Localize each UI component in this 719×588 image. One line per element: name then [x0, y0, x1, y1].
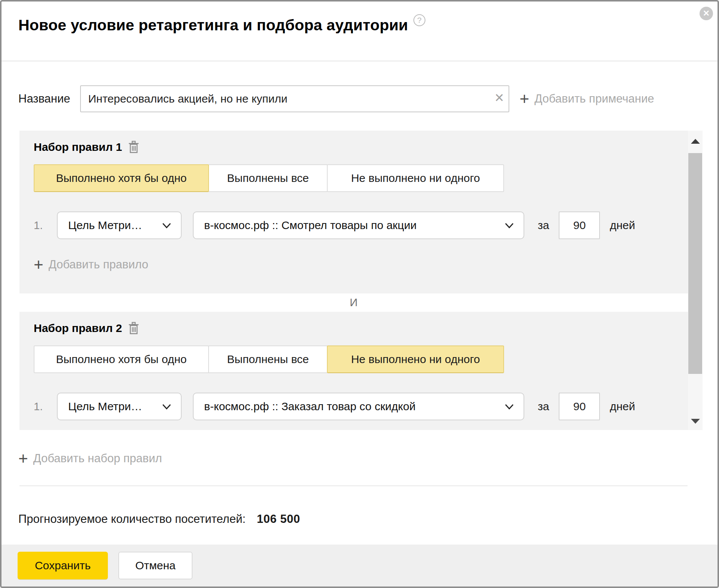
scroll-down-button[interactable]	[688, 412, 703, 430]
name-input-wrap: ×	[80, 85, 509, 112]
and-separator: И	[19, 293, 688, 312]
close-icon: ✕	[703, 9, 710, 18]
ruleset-2-title: Набор правил 2	[34, 322, 122, 335]
toggle-all-fulfilled[interactable]: Выполнены все	[208, 345, 328, 373]
add-rule-label: Добавить правило	[49, 258, 148, 271]
triangle-down-icon	[691, 419, 700, 424]
ruleset-2-panel: Набор правил 2 Выполнено хотя бы о	[19, 312, 688, 430]
goal-type-select[interactable]: Цель Метри…	[57, 393, 182, 420]
save-button[interactable]: Сохранить	[18, 552, 108, 579]
period-suffix-label: дней	[610, 400, 635, 413]
ruleset-2-rule-row: 1. Цель Метри… в-космос.рф :: Заказал то…	[34, 393, 688, 420]
add-ruleset-button[interactable]: + Добавить набор правил	[18, 451, 718, 466]
forecast-row: Прогнозируемое количество посетителей:10…	[18, 512, 718, 526]
chevron-down-icon	[162, 404, 171, 409]
plus-icon: +	[520, 91, 530, 106]
name-input[interactable]	[80, 85, 509, 112]
dialog-header: Новое условие ретаргетинга и подбора ауд…	[1, 1, 718, 61]
ruleset-1-header: Набор правил 1	[34, 140, 688, 154]
delete-ruleset-1-button[interactable]	[128, 140, 139, 154]
cancel-button[interactable]: Отмена	[118, 552, 192, 579]
add-ruleset-label: Добавить набор правил	[33, 452, 162, 465]
plus-icon: +	[34, 257, 43, 272]
goal-type-select[interactable]: Цель Метри…	[57, 211, 182, 239]
retargeting-condition-dialog: ✕ Новое условие ретаргетинга и подбора а…	[0, 0, 719, 588]
close-button[interactable]: ✕	[700, 7, 713, 20]
vertical-scrollbar[interactable]	[688, 131, 703, 430]
dialog-footer: Сохранить Отмена	[1, 545, 718, 587]
rule-number: 1.	[34, 400, 55, 413]
goal-type-value: Цель Метри…	[68, 400, 142, 413]
chevron-down-icon	[505, 223, 514, 228]
rule-number: 1.	[34, 219, 55, 232]
scroll-up-button[interactable]	[688, 131, 703, 152]
period-suffix-label: дней	[610, 219, 635, 232]
triangle-up-icon	[691, 139, 700, 144]
ruleset-1-rule-row: 1. Цель Метри… в-космос.рф :: Смотрел то…	[34, 211, 688, 239]
goal-value-text: в-космос.рф :: Смотрел товары по акции	[204, 219, 416, 232]
page-title: Новое условие ретаргетинга и подбора ауд…	[18, 16, 408, 34]
scrollbar-thumb[interactable]	[688, 153, 702, 374]
toggle-none-fulfilled[interactable]: Не выполнено ни одного	[327, 345, 504, 373]
trash-icon	[128, 140, 139, 154]
forecast-label: Прогнозируемое количество посетителей:	[18, 512, 246, 525]
toggle-any-fulfilled[interactable]: Выполнено хотя бы одно	[34, 164, 209, 192]
days-input[interactable]	[559, 393, 600, 420]
ruleset-1-title: Набор правил 1	[34, 141, 122, 153]
delete-ruleset-2-button[interactable]	[128, 322, 139, 335]
toggle-all-fulfilled[interactable]: Выполнены все	[208, 164, 328, 192]
ruleset-1-match-toggle: Выполнено хотя бы одно Выполнены все Не …	[34, 164, 688, 192]
trash-icon	[128, 322, 139, 335]
ruleset-1-panel: Набор правил 1 Выполнено хотя бы о	[19, 131, 688, 293]
forecast-value: 106 500	[257, 512, 300, 525]
add-rule-button[interactable]: + Добавить правило	[34, 257, 688, 272]
clear-input-icon[interactable]: ×	[495, 89, 504, 106]
rule-sets-panels: Набор правил 1 Выполнено хотя бы о	[19, 131, 688, 430]
ruleset-2-header: Набор правил 2	[34, 322, 688, 335]
add-note-button[interactable]: + Добавить примечание	[520, 91, 654, 106]
help-icon[interactable]: ?	[413, 14, 425, 26]
ruleset-2-match-toggle: Выполнено хотя бы одно Выполнены все Не …	[34, 345, 688, 373]
chevron-down-icon	[505, 404, 514, 409]
goal-value-select[interactable]: в-космос.рф :: Смотрел товары по акции	[193, 211, 524, 239]
goal-value-select[interactable]: в-космос.рф :: Заказал товар со скидкой	[193, 393, 524, 420]
plus-icon: +	[18, 451, 28, 466]
toggle-none-fulfilled[interactable]: Не выполнено ни одного	[327, 164, 504, 192]
chevron-down-icon	[162, 223, 171, 228]
divider	[19, 485, 688, 486]
name-row: Название × + Добавить примечание	[18, 85, 718, 112]
period-prefix-label: за	[538, 219, 549, 232]
rule-sets-scroll-region: Набор правил 1 Выполнено хотя бы о	[19, 131, 703, 430]
period-prefix-label: за	[538, 400, 549, 413]
add-note-label: Добавить примечание	[534, 92, 654, 106]
days-input[interactable]	[559, 211, 600, 239]
goal-type-value: Цель Метри…	[68, 219, 142, 232]
goal-value-text: в-космос.рф :: Заказал товар со скидкой	[204, 400, 416, 413]
name-label: Название	[18, 92, 70, 106]
toggle-any-fulfilled[interactable]: Выполнено хотя бы одно	[34, 345, 209, 373]
